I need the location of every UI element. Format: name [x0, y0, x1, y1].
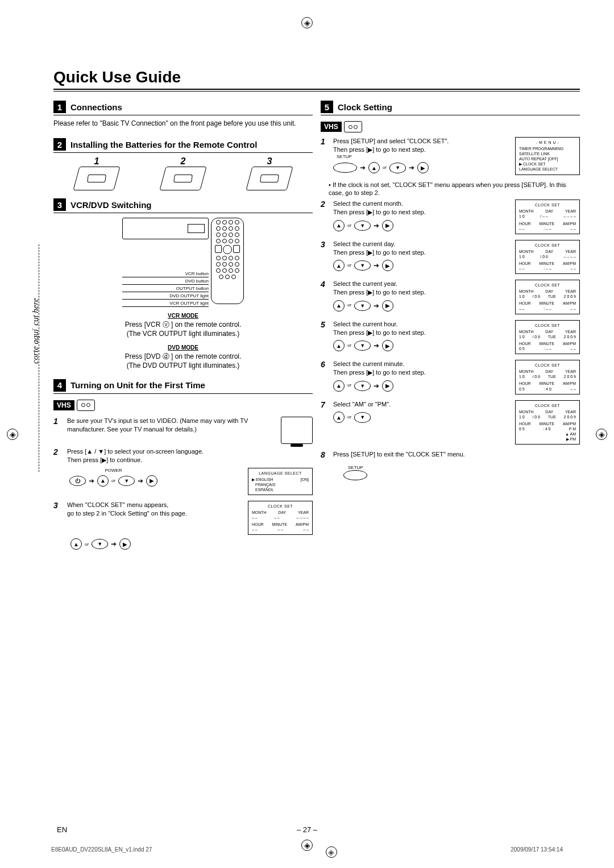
clock-set-osd: CLOCK SET MONTHDAYYEAR 1 0/ 0 6TUE2 0 0 … [515, 400, 580, 445]
right-button-icon: ▶ [146, 475, 157, 487]
arrow-icon: ➔ [374, 261, 379, 270]
osd-minute: MINUTE [539, 221, 554, 226]
osd-hour: HOUR [252, 522, 264, 527]
crop-mark-top-icon [301, 17, 313, 28]
osd-ampm-v: – – [570, 306, 576, 312]
osd-month-v: – – [252, 515, 258, 520]
up-button-icon: ▲ [333, 300, 345, 312]
s5-step4-num: 4 [321, 280, 329, 289]
section-1-header: 1 Connections [53, 101, 313, 115]
menu-row-1: SATELLITE LINK [519, 151, 576, 156]
osd-min-v: : 4 0 [543, 426, 551, 431]
osd-hour: HOUR [519, 341, 531, 346]
up-button-icon: ▲ [70, 538, 82, 550]
osd-ampm: AM/PM [563, 381, 576, 386]
s5-step4-text2: Then press [▶] to go to next step. [333, 288, 511, 297]
cassette-icon [77, 400, 95, 411]
setup-label: SETUP [348, 465, 580, 470]
arrow-icon: ➔ [89, 477, 94, 485]
osd-day: DAY [545, 209, 553, 214]
s5-step5-text2: Then press [▶] to go to next step. [333, 329, 511, 337]
callout-vcr-output-light: VCR OUTPUT light [122, 301, 209, 307]
osd-day-v: / 0 6 [532, 334, 540, 339]
osd-title: CLOCK SET [519, 243, 576, 248]
s5-step7-num: 7 [321, 400, 329, 409]
right-button-icon: ▶ [382, 300, 393, 312]
down-button-icon: ▼ [118, 476, 135, 486]
osd-hour-v: – – [519, 266, 525, 271]
section-3-header: 3 VCR/DVD Switching [53, 198, 313, 213]
osd-ampm: AM/PM [563, 261, 576, 266]
osd-hour: HOUR [519, 381, 531, 386]
or-label: or [383, 165, 387, 171]
menu-osd: - M E N U - TIMER PROGRAMMING SATELLITE … [515, 137, 580, 175]
footer-page: – 27 – [0, 825, 614, 834]
osd-min-v: : – – [544, 346, 551, 351]
osd-title: - M E N U - [519, 140, 576, 145]
s5-step8-text: Press [SETUP] to exit the "CLOCK SET" me… [333, 450, 580, 459]
vcr-dvd-diagram: VCR button DVD button OUTPUT button DVD … [53, 218, 313, 307]
s5-step4-text1: Select the current year. [333, 280, 511, 288]
section-2-title: Installing the Batteries for the Remote … [70, 140, 257, 149]
osd-minute: MINUTE [539, 421, 554, 426]
osd-day: DAY [545, 289, 553, 294]
osd-minute: MINUTE [539, 261, 554, 266]
osd-year-v: – – – – [564, 214, 576, 219]
osd-min-v: : – – [544, 306, 551, 312]
callout-dvd-button: DVD button [122, 279, 209, 285]
osd-month: MONTH [519, 329, 534, 334]
osd-year: YEAR [565, 369, 576, 374]
osd-day-v: / 0 6 [532, 414, 540, 420]
s4-step1-num: 1 [53, 417, 61, 444]
arrow-icon: ➔ [374, 341, 379, 350]
s5-step5-text1: Select the current hour. [333, 320, 511, 329]
osd-ampm-v: – – [570, 226, 576, 231]
power-label: POWER [69, 468, 157, 473]
osd-hour-v: 0 5 [519, 387, 525, 392]
s5-step6-text1: Select the current minute. [333, 360, 511, 368]
cut-here-label: corte aquí cut here [31, 298, 40, 364]
arrow-icon: ➔ [374, 221, 379, 230]
up-button-icon: ▲ [333, 412, 345, 423]
up-button-icon: ▲ [368, 162, 380, 173]
or-label: or [347, 414, 351, 421]
osd-day-v: / – – [540, 214, 548, 219]
cut-here-en: cut here [31, 298, 40, 326]
clock-set-osd-empty: CLOCK SET MONTHDAYYEAR – –– –– – – – HOU… [248, 501, 313, 535]
osd-month-v: 1 0 [519, 254, 525, 259]
osd-month-v: 1 0 [519, 294, 525, 299]
s5-step5-num: 5 [321, 320, 329, 329]
battery-cover-open-icon [73, 167, 120, 190]
up-button-icon: ▲ [97, 475, 109, 487]
osd-ampm-v: – – [303, 527, 309, 532]
footer-timestamp: 2009/09/17 13:54:14 [511, 846, 563, 858]
osd-ampm-v: – – [570, 346, 576, 351]
osd-year-v: 2 0 0 9 [564, 374, 576, 379]
right-button-icon: ▶ [382, 380, 393, 392]
osd-title: CLOCK SET [252, 504, 309, 509]
osd-day-v: / 0 6 [532, 374, 540, 379]
s4-step3-num: 3 [53, 501, 61, 535]
vhs-cassette-badge: VHS [321, 121, 362, 132]
osd-day-v: / 0 6 [532, 294, 540, 299]
osd-hour-v: – – [252, 527, 258, 532]
s4-step1-text: Be sure your TV's input is set to VIDEO.… [67, 417, 275, 444]
osd-year-v: – – – – [297, 515, 309, 520]
osd-dow: TUE [548, 374, 556, 379]
dvd-mode-label: DVD MODE [53, 344, 313, 351]
page-title: Quick Use Guide [53, 68, 580, 86]
section-5-header: 5 Clock Setting [321, 101, 580, 115]
osd-day: DAY [545, 329, 553, 334]
battery-illustration-row: 1 2 3 [53, 156, 313, 190]
language-select-osd: LANGUAGE SELECT ▶ ENGLISH[ON] FRANÇAIS E… [248, 468, 313, 495]
osd-title: CLOCK SET [519, 363, 576, 368]
osd-month: MONTH [519, 369, 534, 374]
osd-month: MONTH [519, 289, 534, 294]
crop-mark-right-icon [596, 429, 607, 440]
s5-step3-num: 3 [321, 240, 329, 249]
osd-year-v: – – – – [564, 254, 576, 259]
osd-month-v: 1 0 [519, 374, 525, 379]
clock-set-osd: CLOCK SET MONTHDAYYEAR 1 0/ 0 6TUE2 0 0 … [515, 320, 580, 354]
arrow-icon: ➔ [374, 301, 379, 310]
arrow-icon: ➔ [360, 163, 366, 172]
